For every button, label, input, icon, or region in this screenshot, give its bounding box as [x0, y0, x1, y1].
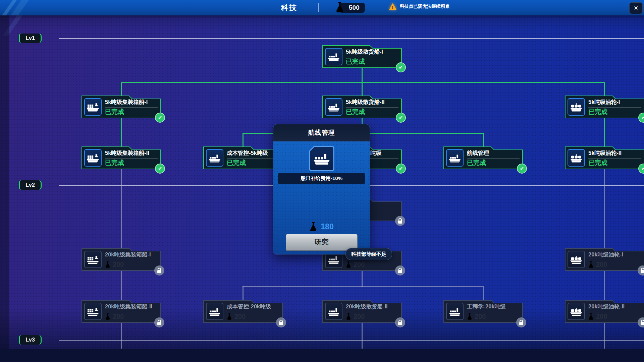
- node-cost-value: 200: [354, 313, 365, 320]
- tech-node[interactable]: 成本管控-5k吨级已完成✔: [203, 146, 283, 169]
- warning-icon: [389, 3, 396, 10]
- completed-check-icon: ✔: [638, 164, 644, 174]
- node-title: 20k吨级集装箱船-II: [105, 303, 158, 310]
- bulk-ship-glyph: [327, 102, 340, 112]
- lock-glyph: [279, 322, 283, 325]
- lock-icon: [395, 265, 405, 276]
- node-status-completed: 已完成: [588, 109, 641, 115]
- top-bar: 科技 500 科技点已满无法继续积累 ✕: [0, 0, 644, 15]
- tech-tree-screen: Lv1Lv2Lv3 5k吨级散货船-I已完成✔5k吨级集装箱船-I已完成✔5k吨…: [0, 0, 644, 362]
- node-cost-value: 200: [596, 313, 607, 320]
- tree-connector: [604, 169, 605, 249]
- completed-check-icon: ✔: [396, 113, 406, 123]
- lock-icon: [395, 317, 405, 327]
- close-icon: ✕: [634, 5, 638, 12]
- node-title: 20k吨级集装箱船-I: [105, 251, 158, 258]
- tree-connector: [362, 323, 363, 349]
- bulk-ship-glyph: [448, 307, 461, 316]
- research-popup: 航线管理 船只补给费用-10% 180 研究: [273, 124, 370, 254]
- tree-connector: [243, 286, 483, 287]
- tech-node[interactable]: 航线管理已完成✔: [443, 146, 523, 169]
- tech-node[interactable]: 5k吨级散货船-I已完成✔: [322, 45, 402, 68]
- node-divider: [588, 260, 641, 260]
- node-content: 5k吨级集装箱船-II已完成: [82, 147, 160, 169]
- tree-connector: [121, 169, 122, 249]
- tech-node[interactable]: 20k吨级集装箱船-I200: [82, 248, 161, 271]
- tree-connector: [121, 323, 122, 349]
- lock-icon: [638, 265, 644, 276]
- bulk-ship-icon: [325, 303, 342, 320]
- node-divider: [588, 158, 641, 159]
- tree-connector: [121, 82, 122, 96]
- lock-glyph: [398, 270, 402, 273]
- node-text: 成本管控-5k吨级已完成: [227, 149, 279, 166]
- node-content: 20k吨级集装箱船-I200: [82, 249, 160, 270]
- node-text: 工程学-20k吨级200: [467, 303, 520, 320]
- node-divider: [346, 107, 398, 108]
- popup-header: 航线管理: [273, 124, 370, 141]
- node-text: 5k吨级油轮-I已完成: [588, 99, 641, 115]
- bulk-ship-icon: [325, 98, 342, 116]
- bulk-ship-glyph: [208, 307, 221, 316]
- bulk-ship-icon: [313, 152, 330, 165]
- topbar-divider: [318, 3, 319, 12]
- tech-node[interactable]: 5k吨级集装箱船-II已完成✔: [82, 146, 161, 169]
- container-ship-icon: [84, 251, 102, 268]
- level-line: [59, 38, 644, 39]
- lock-icon: [638, 317, 644, 327]
- node-cost: 200: [105, 313, 158, 320]
- lock-glyph: [157, 270, 161, 273]
- tech-node[interactable]: 工程学-20k吨级200: [443, 300, 523, 323]
- completed-check-icon: ✔: [396, 164, 406, 174]
- container-ship-glyph: [87, 153, 99, 163]
- node-content: 航线管理已完成: [444, 147, 522, 169]
- page-title: 科技: [272, 0, 306, 15]
- tech-node[interactable]: 20k吨级油轮-II200: [565, 300, 644, 323]
- node-cost: 200: [346, 313, 398, 320]
- flask-icon: [588, 313, 594, 320]
- node-text: 5k吨级集装箱船-II已完成: [105, 149, 158, 166]
- lock-glyph: [641, 270, 644, 273]
- level-badge-lv2: Lv2: [19, 180, 42, 190]
- bulk-ship-glyph: [448, 153, 461, 163]
- node-content: 20k吨级油轮-II200: [566, 301, 644, 322]
- node-divider: [346, 312, 398, 312]
- tech-node[interactable]: 20k吨级油轮-I200: [565, 248, 644, 271]
- research-button[interactable]: 研究: [286, 234, 358, 251]
- tree-connector: [243, 286, 244, 301]
- node-text: 5k吨级油轮-II已完成: [588, 149, 641, 166]
- node-status-completed: 已完成: [346, 58, 398, 65]
- node-text: 航线管理已完成: [467, 149, 520, 166]
- container-ship-glyph: [87, 307, 99, 316]
- lock-icon: [154, 265, 164, 276]
- node-content: 5k吨级散货船-II已完成: [323, 96, 401, 118]
- node-status-completed: 已完成: [227, 160, 279, 166]
- node-title: 工程学-20k吨级: [467, 303, 520, 310]
- tech-node[interactable]: 20k吨级散货船-II200: [322, 300, 402, 323]
- close-button[interactable]: ✕: [629, 2, 643, 14]
- node-content: 20k吨级油轮-I200: [566, 249, 644, 270]
- node-cost-value: 200: [354, 261, 365, 268]
- tech-node[interactable]: 成本管控-20k吨级200: [203, 300, 283, 323]
- node-divider: [227, 312, 279, 312]
- tech-node[interactable]: 5k吨级油轮-I已完成✔: [565, 96, 644, 118]
- lock-glyph: [519, 322, 523, 325]
- tech-node[interactable]: 20k吨级集装箱船-II200: [82, 300, 161, 323]
- completed-check-icon: ✔: [396, 62, 406, 72]
- effect-banner: 船只补给费用-10%: [278, 173, 365, 184]
- node-divider: [467, 158, 520, 159]
- node-title: 5k吨级油轮-I: [588, 99, 641, 106]
- node-text: 20k吨级散货船-II200: [346, 303, 398, 320]
- warning-text: 科技点已满无法继续积累: [400, 3, 450, 9]
- node-text: 20k吨级集装箱船-II200: [105, 303, 158, 320]
- lock-icon: [276, 317, 286, 327]
- research-cost-value: 180: [321, 222, 333, 231]
- node-content: 5k吨级集装箱船-I已完成: [82, 96, 160, 118]
- node-content: 5k吨级油轮-I已完成: [566, 96, 644, 118]
- tech-node[interactable]: 5k吨级油轮-II已完成✔: [565, 146, 644, 169]
- tech-node[interactable]: 5k吨级散货船-II已完成✔: [322, 96, 402, 118]
- tech-node[interactable]: 5k吨级集装箱船-I已完成✔: [82, 96, 161, 118]
- container-ship-icon: [84, 303, 102, 320]
- node-title: 5k吨级散货船-II: [346, 99, 398, 106]
- node-content: 成本管控-20k吨级200: [204, 301, 282, 322]
